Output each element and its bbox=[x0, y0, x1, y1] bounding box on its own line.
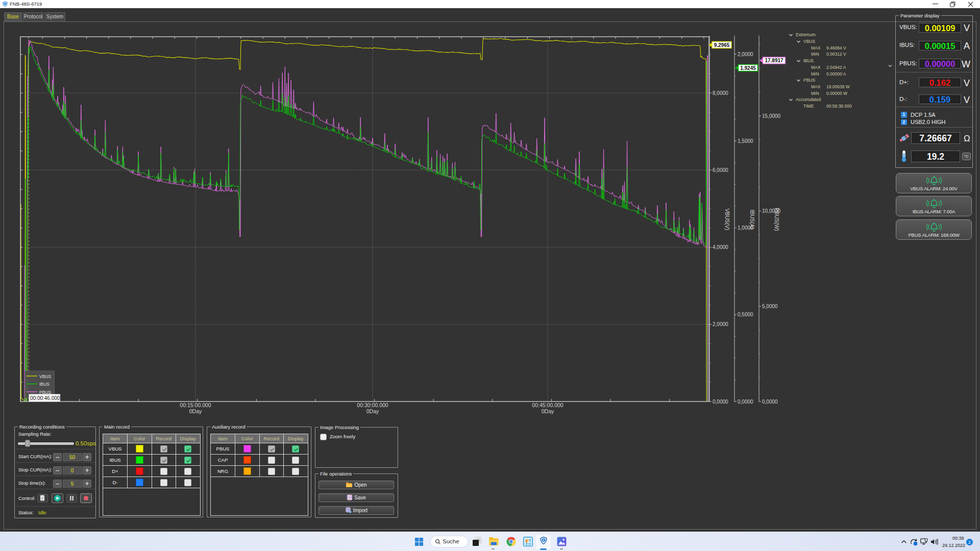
svg-text:2,0000: 2,0000 bbox=[738, 52, 753, 57]
svg-text:0Day: 0Day bbox=[366, 408, 379, 414]
svg-text:PBUS: PBUS bbox=[39, 390, 51, 395]
svg-text:1,5000: 1,5000 bbox=[738, 138, 753, 144]
svg-text:8,0000: 8,0000 bbox=[713, 90, 728, 96]
svg-text:00:30:00.000: 00:30:00.000 bbox=[357, 402, 388, 408]
svg-text:00:45:00.000: 00:45:00.000 bbox=[532, 402, 563, 408]
svg-text:5,0000: 5,0000 bbox=[762, 304, 778, 309]
svg-text:00:00:46.000: 00:00:46.000 bbox=[30, 395, 60, 401]
svg-text:17.8917: 17.8917 bbox=[765, 58, 783, 63]
svg-text:0,5000: 0,5000 bbox=[738, 312, 753, 317]
svg-text:IBUS: IBUS bbox=[39, 382, 50, 387]
svg-text:VBUS(V): VBUS(V) bbox=[724, 209, 730, 231]
svg-text:4,0000: 4,0000 bbox=[713, 244, 728, 250]
svg-text:6,0000: 6,0000 bbox=[713, 167, 728, 173]
svg-text:0Day: 0Day bbox=[542, 408, 554, 414]
svg-text:0,0000: 0,0000 bbox=[762, 399, 778, 405]
svg-text:15,0000: 15,0000 bbox=[762, 113, 781, 119]
svg-text:00:15:00.000: 00:15:00.000 bbox=[180, 402, 211, 408]
svg-text:0,0000: 0,0000 bbox=[713, 399, 728, 405]
svg-text:0Day: 0Day bbox=[189, 408, 202, 414]
svg-text:9.2965: 9.2965 bbox=[714, 42, 730, 48]
svg-text:VBUS: VBUS bbox=[39, 374, 51, 379]
svg-text:PBUS(W): PBUS(W) bbox=[774, 208, 780, 231]
svg-text:IBUS(A): IBUS(A) bbox=[749, 210, 755, 230]
svg-text:1.9245: 1.9245 bbox=[740, 65, 756, 71]
svg-text:0,0000: 0,0000 bbox=[738, 399, 753, 405]
svg-text:2,0000: 2,0000 bbox=[713, 321, 728, 327]
